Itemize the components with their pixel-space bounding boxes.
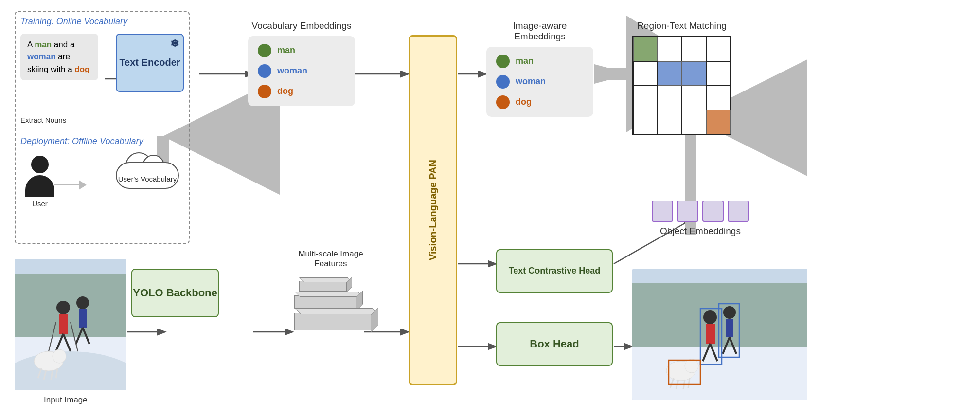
image-aware-box: man woman dog — [486, 47, 593, 117]
dot-woman — [258, 64, 271, 78]
aware-item-woman: woman — [496, 75, 584, 89]
grid-cell-0-0 — [633, 37, 658, 61]
grid-cell-2-0 — [633, 86, 658, 110]
dot-man — [258, 44, 271, 57]
yolo-backbone-label: YOLO Backbone — [133, 287, 217, 299]
text-encoder-label: Text Encoder — [119, 57, 180, 68]
grid-cell-3-0 — [633, 110, 658, 134]
layer-stack — [294, 281, 372, 330]
purple-box-1 — [652, 201, 673, 222]
purple-box-2 — [677, 201, 698, 222]
dot-dog — [258, 85, 271, 98]
vocabulary-cloud: User's Vocabulary — [111, 150, 184, 199]
box-head-label: Box Head — [530, 338, 579, 350]
grid-cell-3-2 — [682, 110, 706, 134]
grid-cell-3-3 — [706, 110, 731, 134]
grid-cell-2-2 — [682, 86, 706, 110]
aware-item-man: man — [496, 55, 584, 68]
vocab-man-label: man — [277, 45, 295, 55]
extract-nouns-label: Extract Nouns — [20, 116, 66, 124]
word-woman: woman — [27, 52, 56, 61]
diagram: Training: Online Vocabulary A man and a … — [15, 11, 965, 410]
cloud-text: User's Vocabulary — [111, 175, 184, 183]
object-embeddings: Object Embeddings — [652, 201, 749, 241]
vlpan-label: Vision-Language PAN — [427, 160, 439, 260]
grid-cell-1-3 — [706, 61, 731, 86]
svg-point-43 — [723, 306, 736, 319]
user-body — [25, 175, 54, 197]
training-box: Training: Online Vocabulary A man and a … — [16, 12, 189, 133]
input-image — [15, 259, 126, 390]
yolo-backbone: YOLO Backbone — [131, 269, 219, 317]
svg-point-24 — [76, 296, 89, 309]
aware-dot-dog — [496, 95, 510, 109]
svg-rect-25 — [79, 309, 87, 328]
purple-box-3 — [702, 201, 724, 222]
svg-rect-21 — [59, 314, 68, 334]
aware-man-label: man — [516, 56, 534, 66]
box-head: Box Head — [496, 322, 613, 366]
cloud-shape: User's Vocabulary — [111, 150, 184, 189]
grid-cell-1-1 — [658, 61, 682, 86]
output-image-svg — [632, 269, 807, 400]
object-embeddings-label: Object Embeddings — [652, 226, 749, 237]
svg-rect-44 — [726, 319, 733, 337]
left-section: Training: Online Vocabulary A man and a … — [15, 11, 190, 244]
grid-cell-0-2 — [682, 37, 706, 61]
grid-cell-0-3 — [706, 37, 731, 61]
matching-grid — [632, 36, 731, 135]
aware-item-dog: dog — [496, 95, 584, 109]
svg-point-29 — [53, 349, 66, 363]
image-aware-label: Image-aware Embeddings — [486, 20, 593, 42]
output-image — [632, 269, 807, 400]
vlpan-box: Vision-Language PAN — [409, 35, 457, 385]
vocab-embeddings-label: Vocabulary Embeddings — [248, 20, 355, 31]
svg-rect-18 — [15, 274, 126, 337]
vocab-embeddings: Vocabulary Embeddings man woman dog — [248, 20, 355, 106]
svg-marker-4 — [594, 64, 631, 84]
svg-point-20 — [56, 301, 70, 314]
vocab-item-woman: woman — [258, 64, 345, 78]
aware-dog-label: dog — [516, 97, 532, 107]
grid-cell-0-1 — [658, 37, 682, 61]
deployment-label: Deployment: Offline Vocabulary — [20, 136, 184, 146]
grid-cell-2-1 — [658, 86, 682, 110]
grid-cell-3-1 — [658, 110, 682, 134]
grid-cell-1-2 — [682, 61, 706, 86]
vocab-woman-label: woman — [277, 66, 307, 76]
grid-cell-2-3 — [706, 86, 731, 110]
svg-rect-40 — [706, 324, 715, 344]
text-contrastive-head-label: Text Contrastive Head — [509, 266, 601, 276]
svg-rect-38 — [632, 283, 807, 347]
svg-point-48 — [685, 359, 698, 373]
vocab-item-man: man — [258, 44, 345, 57]
word-man: man — [35, 40, 52, 49]
region-text-matching: Region-Text Matching — [632, 20, 731, 135]
vocab-item-dog: dog — [258, 85, 345, 98]
word-dog: dog — [74, 65, 89, 74]
aware-woman-label: woman — [516, 76, 546, 87]
svg-point-39 — [703, 310, 717, 324]
vocab-dog-label: dog — [277, 86, 293, 96]
purple-boxes — [652, 201, 749, 222]
user-label: User — [32, 200, 48, 208]
user-head — [31, 156, 49, 173]
purple-box-4 — [728, 201, 749, 222]
multiscale-label: Multi-scale Image Features — [292, 249, 370, 269]
region-text-label: Region-Text Matching — [632, 20, 731, 31]
aware-dot-man — [496, 55, 510, 68]
svg-point-19 — [15, 351, 126, 390]
input-image-label: Input Image — [44, 395, 88, 405]
svg-rect-37 — [632, 347, 807, 400]
image-aware-embeddings: Image-aware Embeddings man woman dog — [486, 20, 593, 117]
sentence-box: A man and a woman are skiing with a dog — [20, 34, 98, 81]
deployment-box: Deployment: Offline Vocabulary User User… — [16, 131, 189, 243]
input-image-svg — [15, 259, 126, 390]
grid-cell-1-0 — [633, 61, 658, 86]
vocab-items-box: man woman dog — [248, 36, 355, 106]
text-contrastive-head: Text Contrastive Head — [496, 249, 613, 293]
snowflake-icon: ❄ — [170, 37, 179, 50]
main-container: Training: Online Vocabulary A man and a … — [0, 0, 980, 420]
text-encoder-box: ❄ Text Encoder — [116, 34, 184, 92]
aware-dot-woman — [496, 75, 510, 89]
